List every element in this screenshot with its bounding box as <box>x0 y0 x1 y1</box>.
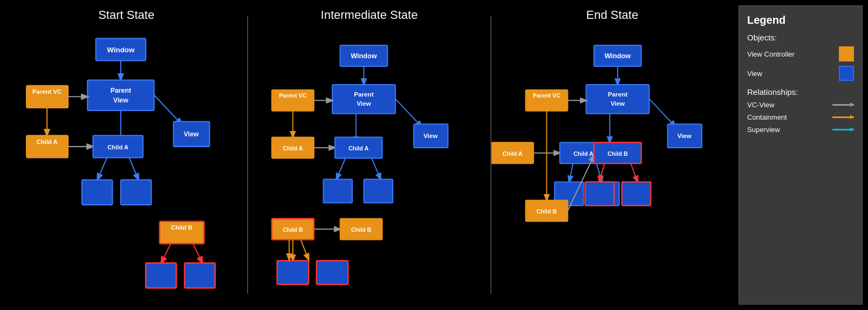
svg-rect-65 <box>586 85 649 114</box>
legend-vcview-arrow <box>832 104 854 106</box>
svg-text:Parent VC: Parent VC <box>279 92 307 99</box>
legend-vc-label: View Controller <box>747 50 833 58</box>
legend-containment-row: Containment <box>747 113 854 121</box>
svg-text:Child B: Child B <box>283 226 303 233</box>
svg-rect-28 <box>184 263 215 288</box>
intermediate-state-section: Intermediate State <box>248 5 490 305</box>
end-state-title: End State <box>586 8 639 22</box>
svg-text:View: View <box>357 100 372 107</box>
svg-rect-59 <box>317 261 348 285</box>
legend-vc-item: View Controller <box>747 46 854 61</box>
svg-rect-20 <box>121 180 152 205</box>
legend-vcview-row: VC-View <box>747 101 854 109</box>
svg-text:Child A: Child A <box>573 150 593 157</box>
svg-rect-58 <box>277 261 309 285</box>
svg-line-25 <box>161 244 170 263</box>
svg-line-36 <box>395 99 422 127</box>
svg-text:View: View <box>113 97 128 104</box>
svg-text:View: View <box>610 100 625 107</box>
svg-text:Parent: Parent <box>111 87 131 94</box>
start-state-section: Start State Window Parent View Parent VC <box>5 5 247 305</box>
svg-text:Child B: Child B <box>171 224 193 231</box>
svg-text:Child A: Child A <box>348 145 368 151</box>
svg-line-79 <box>569 163 573 182</box>
legend-superview-row: Superview <box>747 126 854 134</box>
svg-rect-3 <box>87 80 154 111</box>
svg-text:Child A: Child A <box>502 150 522 157</box>
main-container: Start State Window Parent View Parent VC <box>0 0 868 310</box>
legend-vcview-label: VC-View <box>747 101 827 109</box>
intermediate-state-title: Intermediate State <box>321 8 418 22</box>
start-state-diagram: Window Parent View Parent VC <box>5 33 247 305</box>
svg-line-80 <box>597 163 602 182</box>
svg-text:Child B: Child B <box>607 150 628 157</box>
legend-view-item: View <box>747 66 854 81</box>
legend-superview-arrow <box>832 129 854 130</box>
svg-text:Window: Window <box>604 52 631 60</box>
svg-line-46 <box>337 159 346 180</box>
svg-text:Window: Window <box>351 52 378 60</box>
svg-rect-93 <box>621 182 651 205</box>
svg-text:Window: Window <box>107 46 135 54</box>
start-state-title: Start State <box>98 8 154 22</box>
svg-text:Child B: Child B <box>536 208 557 215</box>
legend-view-box <box>839 66 854 81</box>
legend-relationships-label: Relationships: <box>747 87 854 97</box>
svg-text:Child A: Child A <box>37 139 58 145</box>
svg-text:View: View <box>423 132 438 139</box>
svg-text:Parent VC: Parent VC <box>532 92 560 99</box>
intermediate-state-diagram: Window Parent View Parent VC <box>248 33 490 305</box>
svg-line-26 <box>193 244 202 263</box>
svg-line-61 <box>301 240 309 260</box>
diagram-area: Start State Window Parent View Parent VC <box>5 5 733 305</box>
svg-text:Child A: Child A <box>107 144 128 150</box>
svg-rect-49 <box>364 179 393 203</box>
svg-line-47 <box>372 159 381 180</box>
svg-line-18 <box>129 157 138 180</box>
svg-text:View: View <box>184 130 199 138</box>
legend-title: Legend <box>747 14 854 26</box>
legend-panel: Legend Objects: View Controller View Rel… <box>739 5 863 305</box>
svg-text:Parent: Parent <box>354 91 374 98</box>
svg-rect-92 <box>585 182 614 205</box>
legend-superview-label: Superview <box>747 126 827 134</box>
legend-containment-arrow <box>832 116 854 118</box>
legend-view-label: View <box>747 70 833 78</box>
svg-line-7 <box>154 95 182 125</box>
svg-text:View: View <box>677 132 692 139</box>
svg-rect-27 <box>146 263 176 288</box>
svg-rect-19 <box>82 180 113 205</box>
end-state-diagram: Window Parent View Parent VC <box>491 33 733 305</box>
legend-containment-label: Containment <box>747 113 827 121</box>
legend-objects-label: Objects: <box>747 33 854 42</box>
svg-line-17 <box>98 157 107 180</box>
svg-line-90 <box>599 163 604 182</box>
svg-rect-32 <box>332 85 395 114</box>
end-state-section: End State <box>491 5 733 305</box>
legend-vc-box <box>839 46 854 61</box>
svg-text:Parent: Parent <box>607 91 627 98</box>
svg-line-69 <box>649 99 675 127</box>
svg-text:Parent VC: Parent VC <box>32 88 61 95</box>
svg-line-91 <box>631 163 638 182</box>
svg-text:Child A: Child A <box>283 145 303 151</box>
svg-rect-48 <box>324 179 353 203</box>
svg-text:Child B: Child B <box>351 226 372 233</box>
